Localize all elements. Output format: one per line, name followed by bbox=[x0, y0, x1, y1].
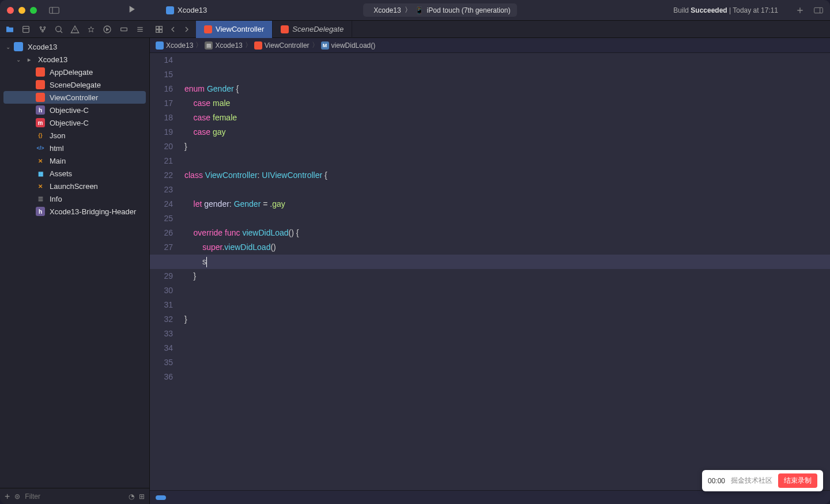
code-line[interactable] bbox=[184, 53, 830, 67]
zoom-window[interactable] bbox=[30, 7, 37, 14]
tree-item-xcode13-bridging-header[interactable]: hXcode13-Bridging-Header bbox=[0, 205, 149, 218]
code-line[interactable]: } bbox=[184, 139, 830, 154]
jumpbar-file[interactable]: ViewController bbox=[265, 41, 310, 50]
tree-item-xcode13[interactable]: ⌄▸Xcode13 bbox=[0, 53, 149, 66]
tree-item-main[interactable]: ✕Main bbox=[0, 154, 149, 167]
json-icon: {} bbox=[36, 131, 45, 140]
code-line[interactable] bbox=[184, 211, 830, 226]
filter-input[interactable] bbox=[25, 492, 124, 501]
source-control-icon[interactable] bbox=[20, 22, 32, 36]
folder-icon: ▤ bbox=[205, 41, 213, 50]
tree-item-launchscreen[interactable]: ✕LaunchScreen bbox=[0, 180, 149, 192]
jumpbar-group[interactable]: Xcode13 bbox=[215, 41, 242, 50]
add-file-icon[interactable]: + bbox=[5, 491, 10, 502]
project-navigator-icon[interactable] bbox=[3, 22, 16, 36]
code-line[interactable]: } bbox=[184, 269, 830, 283]
toggle-navigator-icon[interactable] bbox=[46, 5, 62, 16]
tree-item-label: Xcode13-Bridging-Header bbox=[50, 207, 136, 216]
code-line[interactable]: enum Gender { bbox=[184, 82, 830, 96]
tree-item-objective-c[interactable]: mObjective-C bbox=[0, 116, 149, 129]
folder-icon: ▸ bbox=[24, 55, 33, 64]
clock-icon[interactable]: ◔ bbox=[129, 492, 134, 501]
project-tree[interactable]: ⌄Xcode13⌄▸Xcode13AppDelegateSceneDelegat… bbox=[0, 38, 149, 488]
code-line[interactable] bbox=[184, 341, 830, 355]
back-icon[interactable] bbox=[168, 25, 178, 34]
tree-item-objective-c[interactable]: hObjective-C bbox=[0, 104, 149, 116]
svg-rect-21 bbox=[156, 29, 159, 32]
line-gutter: 1415161718192021222324252627282930313233… bbox=[150, 53, 179, 490]
status-time: Today at 17:11 bbox=[733, 6, 778, 14]
symbol-navigator-icon[interactable] bbox=[36, 22, 48, 36]
close-window[interactable] bbox=[7, 7, 14, 14]
code-line[interactable] bbox=[184, 283, 830, 298]
tree-item-assets[interactable]: ▦Assets bbox=[0, 167, 149, 180]
scm-filter-icon[interactable]: ⊞ bbox=[139, 492, 145, 501]
code-line[interactable] bbox=[184, 298, 830, 312]
jumpbar-project-icon bbox=[156, 41, 164, 50]
code-line[interactable] bbox=[184, 327, 830, 341]
toggle-inspector-icon[interactable] bbox=[814, 6, 823, 15]
code-line[interactable]: override func viewDidLoad() { bbox=[184, 226, 830, 240]
tree-item-label: Xcode13 bbox=[38, 55, 67, 64]
tree-item-viewcontroller[interactable]: ViewController bbox=[3, 91, 146, 104]
tree-item-info[interactable]: ☰Info bbox=[0, 192, 149, 205]
code-editor[interactable]: 1415161718192021222324252627282930313233… bbox=[150, 53, 830, 490]
code-line[interactable] bbox=[184, 370, 830, 384]
filter-icon[interactable]: ⊜ bbox=[14, 492, 20, 501]
swift-icon bbox=[281, 25, 289, 33]
stop-recording-button[interactable]: 结束录制 bbox=[778, 473, 817, 488]
issue-navigator-icon[interactable] bbox=[69, 22, 81, 36]
recording-timer: 00:00 bbox=[708, 477, 725, 485]
code-line[interactable]: case male bbox=[184, 96, 830, 111]
tree-item-label: Objective-C bbox=[50, 119, 89, 127]
tab-viewcontroller[interactable]: ViewController bbox=[196, 21, 273, 38]
code-line[interactable]: super.viewDidLoad() bbox=[184, 240, 830, 255]
add-tab-icon[interactable] bbox=[795, 6, 805, 15]
tab-scenedelegate[interactable]: SceneDelegate bbox=[273, 21, 352, 38]
code-lines[interactable]: enum Gender { case male case female case… bbox=[179, 53, 830, 490]
jumpbar-symbol[interactable]: viewDidLoad() bbox=[331, 41, 376, 50]
tree-item-label: html bbox=[50, 144, 64, 153]
tree-item-label: ViewController bbox=[50, 93, 98, 102]
tree-item-label: Objective-C bbox=[50, 106, 89, 115]
window-titlebar: Xcode13 Xcode13 〉 📱 iPod touch (7th gene… bbox=[0, 0, 830, 21]
report-navigator-icon[interactable] bbox=[134, 22, 146, 36]
related-items-icon[interactable] bbox=[154, 25, 164, 34]
minimize-window[interactable] bbox=[18, 7, 25, 14]
code-line[interactable]: case female bbox=[184, 111, 830, 125]
debug-navigator-icon[interactable] bbox=[101, 22, 114, 36]
scheme-selector[interactable]: Xcode13 〉 📱 iPod touch (7th generation) bbox=[363, 3, 517, 17]
code-line[interactable] bbox=[184, 154, 830, 168]
tree-item-html[interactable]: </>html bbox=[0, 142, 149, 154]
build-status: Build Succeeded | Today at 17:11 bbox=[673, 6, 778, 14]
tree-item-appdelegate[interactable]: AppDelegate bbox=[0, 66, 149, 78]
jumpbar-project[interactable]: Xcode13 bbox=[166, 41, 193, 50]
tree-item-scenedelegate[interactable]: SceneDelegate bbox=[0, 78, 149, 91]
test-navigator-icon[interactable] bbox=[85, 22, 97, 36]
disclosure-icon[interactable]: ⌄ bbox=[16, 56, 22, 63]
swift-icon bbox=[36, 67, 45, 77]
find-navigator-icon[interactable] bbox=[52, 22, 65, 36]
code-line[interactable]: case gay bbox=[184, 125, 830, 139]
code-line[interactable]: let gender: Gender = .gay bbox=[184, 197, 830, 211]
status-pill[interactable] bbox=[156, 495, 166, 500]
chevron-right-icon: 〉 bbox=[195, 40, 202, 50]
code-line[interactable]: class ViewController: UIViewController { bbox=[184, 168, 830, 183]
code-line[interactable] bbox=[184, 67, 830, 82]
code-line[interactable]: } bbox=[184, 312, 830, 327]
navigator-filter-bar: + ⊜ ◔ ⊞ bbox=[0, 488, 149, 504]
svg-line-12 bbox=[60, 31, 62, 32]
editor-nav-controls bbox=[150, 25, 196, 34]
tab-label: SceneDelegate bbox=[292, 25, 344, 33]
chevron-right-icon: 〉 bbox=[312, 40, 319, 50]
run-button[interactable] bbox=[126, 3, 137, 17]
code-line[interactable] bbox=[184, 355, 830, 370]
jump-bar[interactable]: Xcode13 〉 ▤ Xcode13 〉 ViewController 〉 M… bbox=[150, 38, 830, 53]
tree-item-xcode13[interactable]: ⌄Xcode13 bbox=[0, 40, 149, 53]
disclosure-icon[interactable]: ⌄ bbox=[6, 44, 12, 50]
forward-icon[interactable] bbox=[182, 25, 191, 34]
breakpoint-navigator-icon[interactable] bbox=[118, 22, 130, 36]
tree-item-json[interactable]: {}Json bbox=[0, 129, 149, 142]
code-line[interactable] bbox=[184, 183, 830, 197]
code-line[interactable]: s bbox=[184, 255, 830, 269]
